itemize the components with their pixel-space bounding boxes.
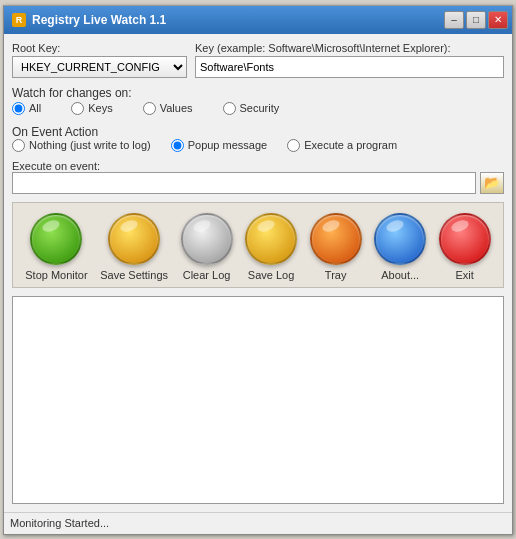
save-log-button[interactable]: Save Log	[245, 213, 297, 281]
exit-circle[interactable]	[439, 213, 491, 265]
watch-radio-row: All Keys Values Security	[12, 100, 504, 117]
execute-input[interactable]	[12, 172, 476, 194]
execute-row: 📂	[12, 172, 504, 194]
event-section: On Event Action Nothing (just write to l…	[12, 123, 504, 152]
log-area[interactable]	[12, 296, 504, 504]
save-log-circle[interactable]	[245, 213, 297, 265]
event-section-title: On Event Action	[12, 125, 504, 139]
stop-monitor-circle[interactable]	[30, 213, 82, 265]
root-key-label: Root Key:	[12, 42, 187, 54]
watch-all[interactable]: All	[12, 102, 41, 115]
root-key-select-wrapper: HKEY_CURRENT_CONFIG HKEY_LOCAL_MACHINE H…	[12, 56, 187, 78]
exit-button[interactable]: Exit	[439, 213, 491, 281]
buttons-area: Stop Monitor Save Settings Clear Log Sav…	[12, 202, 504, 288]
key-input[interactable]	[195, 56, 504, 78]
about-label: About...	[381, 269, 419, 281]
save-settings-button[interactable]: Save Settings	[100, 213, 168, 281]
stop-monitor-button[interactable]: Stop Monitor	[25, 213, 87, 281]
app-icon: R	[12, 13, 26, 27]
folder-button[interactable]: 📂	[480, 172, 504, 194]
buttons-row: Stop Monitor Save Settings Clear Log Sav…	[21, 213, 495, 281]
tray-circle[interactable]	[310, 213, 362, 265]
event-execute[interactable]: Execute a program	[287, 139, 397, 152]
watch-section-title: Watch for changes on:	[12, 86, 504, 100]
stop-monitor-label: Stop Monitor	[25, 269, 87, 281]
watch-section: Watch for changes on: All Keys Values Se…	[12, 84, 504, 117]
execute-section: Execute on event: 📂	[12, 158, 504, 194]
watch-values[interactable]: Values	[143, 102, 193, 115]
maximize-button[interactable]: □	[466, 11, 486, 29]
window-controls: – □ ✕	[444, 11, 508, 29]
minimize-button[interactable]: –	[444, 11, 464, 29]
tray-button[interactable]: Tray	[310, 213, 362, 281]
save-log-label: Save Log	[248, 269, 294, 281]
window-body: Root Key: HKEY_CURRENT_CONFIG HKEY_LOCAL…	[4, 34, 512, 512]
about-button[interactable]: About...	[374, 213, 426, 281]
execute-label: Execute on event:	[12, 160, 504, 172]
watch-keys[interactable]: Keys	[71, 102, 112, 115]
title-bar: R Registry Live Watch 1.1 – □ ✕	[4, 6, 512, 34]
root-key-select[interactable]: HKEY_CURRENT_CONFIG HKEY_LOCAL_MACHINE H…	[12, 56, 187, 78]
close-button[interactable]: ✕	[488, 11, 508, 29]
root-key-group: Root Key: HKEY_CURRENT_CONFIG HKEY_LOCAL…	[12, 42, 187, 78]
event-nothing[interactable]: Nothing (just write to log)	[12, 139, 151, 152]
event-radio-row: Nothing (just write to log) Popup messag…	[12, 139, 504, 152]
main-window: R Registry Live Watch 1.1 – □ ✕ Root Key…	[3, 5, 513, 535]
clear-log-circle[interactable]	[181, 213, 233, 265]
title-bar-left: R Registry Live Watch 1.1	[12, 13, 166, 27]
about-circle[interactable]	[374, 213, 426, 265]
key-field-group: Key (example: Software\Microsoft\Interne…	[195, 42, 504, 78]
clear-log-button[interactable]: Clear Log	[181, 213, 233, 281]
status-text: Monitoring Started...	[10, 517, 109, 529]
save-settings-label: Save Settings	[100, 269, 168, 281]
save-settings-circle[interactable]	[108, 213, 160, 265]
status-bar: Monitoring Started...	[4, 512, 512, 534]
key-field-label: Key (example: Software\Microsoft\Interne…	[195, 42, 504, 54]
event-popup[interactable]: Popup message	[171, 139, 268, 152]
key-row: Root Key: HKEY_CURRENT_CONFIG HKEY_LOCAL…	[12, 42, 504, 78]
clear-log-label: Clear Log	[183, 269, 231, 281]
window-title: Registry Live Watch 1.1	[32, 13, 166, 27]
watch-security[interactable]: Security	[223, 102, 280, 115]
exit-label: Exit	[456, 269, 474, 281]
tray-label: Tray	[325, 269, 347, 281]
